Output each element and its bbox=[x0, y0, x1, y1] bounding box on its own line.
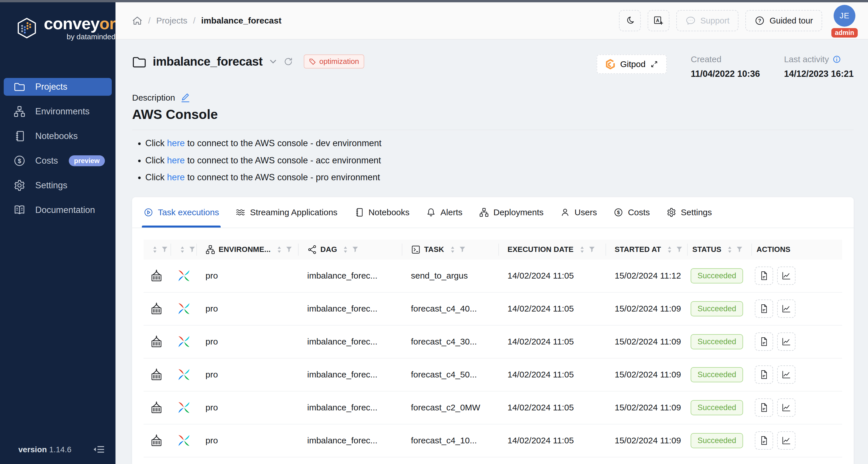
table-row[interactable]: pro imbalance_forec... forecast_c4_50...… bbox=[144, 359, 842, 392]
filter-icon[interactable] bbox=[737, 246, 743, 252]
cell-environment: pro bbox=[197, 370, 299, 379]
tab-users[interactable]: Users bbox=[560, 197, 597, 227]
svg-text:$: $ bbox=[18, 157, 21, 164]
translate-button[interactable]: A bbox=[648, 10, 670, 31]
table-row[interactable]: pro imbalance_forec... send_to_argus 14/… bbox=[144, 260, 842, 292]
view-metrics-button[interactable] bbox=[777, 431, 796, 450]
sidebar-item-projects[interactable]: Projects bbox=[4, 78, 112, 96]
document-icon bbox=[759, 403, 769, 412]
avatar[interactable]: JE bbox=[834, 5, 856, 27]
window-edge bbox=[0, 0, 868, 2]
dark-mode-button[interactable] bbox=[619, 10, 641, 31]
tab-deployments[interactable]: Deployments bbox=[479, 197, 544, 227]
tab-notebooks[interactable]: Notebooks bbox=[354, 197, 409, 227]
cell-environment: pro bbox=[197, 337, 299, 346]
brand-tagline: by dataminded bbox=[44, 32, 116, 41]
home-icon[interactable] bbox=[132, 16, 143, 26]
sort-icon[interactable] bbox=[668, 246, 672, 253]
view-metrics-button[interactable] bbox=[777, 300, 796, 318]
view-logs-button[interactable] bbox=[755, 333, 773, 351]
view-logs-button[interactable] bbox=[755, 267, 773, 285]
cell-started-at: 15/02/2024 11:09 bbox=[606, 436, 688, 445]
status-badge: Succeeded bbox=[691, 268, 743, 283]
sidebar-item-settings[interactable]: Settings bbox=[4, 177, 112, 194]
filter-icon[interactable] bbox=[189, 246, 195, 252]
airflow-icon bbox=[177, 434, 191, 447]
filter-icon[interactable] bbox=[589, 246, 595, 252]
view-logs-button[interactable] bbox=[755, 398, 773, 417]
sort-icon[interactable] bbox=[153, 246, 157, 253]
gitpod-button[interactable]: Gitpod bbox=[597, 55, 666, 74]
filter-icon[interactable] bbox=[162, 246, 168, 252]
notebook-icon bbox=[13, 130, 26, 142]
tab-costs[interactable]: $ Costs bbox=[614, 197, 650, 227]
column-environment: ENVIRONME... bbox=[197, 240, 299, 260]
table-row[interactable]: pro imbalance_forec... forecast_c4_40...… bbox=[144, 292, 842, 326]
aws-console-dev-link[interactable]: here bbox=[167, 138, 185, 148]
cell-environment: pro bbox=[197, 304, 299, 313]
table-row[interactable]: pro imbalance_forec... forecast_c4_30...… bbox=[144, 326, 842, 359]
tab-streaming-applications[interactable]: Streaming Applications bbox=[236, 197, 337, 227]
tab-settings[interactable]: Settings bbox=[666, 197, 712, 227]
preview-badge: preview bbox=[69, 155, 104, 166]
folder-icon bbox=[13, 81, 26, 93]
table-body: pro imbalance_forec... send_to_argus 14/… bbox=[144, 260, 842, 464]
view-metrics-button[interactable] bbox=[777, 398, 796, 417]
edit-description-icon[interactable] bbox=[181, 93, 190, 102]
table-row[interactable]: pro imbalance_forec... forecast_c4_20...… bbox=[144, 457, 842, 464]
user-menu[interactable]: JE admin bbox=[833, 4, 856, 37]
view-metrics-button[interactable] bbox=[777, 333, 796, 351]
list-item: Click here to connect to the AWS console… bbox=[145, 139, 854, 148]
info-icon[interactable] bbox=[833, 55, 841, 64]
last-activity-value: 14/12/2023 16:21 bbox=[784, 69, 854, 79]
tab-bar: Task executions Streaming Applications N… bbox=[132, 197, 854, 228]
cell-execution-date: 14/02/2024 11:05 bbox=[499, 403, 606, 412]
collapse-sidebar-icon[interactable] bbox=[93, 443, 105, 456]
view-logs-button[interactable] bbox=[755, 365, 773, 384]
cell-environment: pro bbox=[197, 403, 299, 412]
cell-dag: imbalance_forec... bbox=[299, 403, 402, 412]
refresh-icon[interactable] bbox=[284, 57, 293, 66]
cell-execution-date: 14/02/2024 11:05 bbox=[499, 304, 606, 313]
sort-icon[interactable] bbox=[727, 246, 732, 253]
tag-icon bbox=[309, 58, 316, 65]
cell-task: send_to_argus bbox=[402, 271, 499, 281]
filter-icon[interactable] bbox=[352, 246, 358, 252]
cell-dag: imbalance_forec... bbox=[299, 436, 402, 445]
admin-role-badge: admin bbox=[831, 28, 858, 37]
table-header: ENVIRONME... DAG TASK bbox=[144, 240, 842, 260]
sidebar-item-notebooks[interactable]: Notebooks bbox=[4, 127, 112, 145]
breadcrumb-projects[interactable]: Projects bbox=[156, 16, 187, 26]
sort-icon[interactable] bbox=[343, 246, 348, 253]
table-row[interactable]: pro imbalance_forec... forecast_c4_10...… bbox=[144, 425, 842, 457]
sort-icon[interactable] bbox=[180, 246, 185, 253]
filter-icon[interactable] bbox=[676, 246, 682, 252]
moon-icon bbox=[625, 16, 635, 26]
filter-icon[interactable] bbox=[286, 246, 292, 252]
breadcrumb-current: imbalance_forecast bbox=[201, 16, 281, 26]
tab-alerts[interactable]: Alerts bbox=[426, 197, 463, 227]
support-button[interactable]: Support bbox=[676, 10, 739, 31]
project-tag-optimization[interactable]: optimization bbox=[304, 55, 364, 68]
view-metrics-button[interactable] bbox=[777, 365, 796, 384]
version-label: version 1.14.6 bbox=[18, 445, 71, 454]
column-execution-date: EXECUTION DATE bbox=[499, 240, 606, 260]
sidebar-item-documentation[interactable]: Documentation bbox=[4, 201, 112, 219]
sort-icon[interactable] bbox=[451, 246, 455, 253]
view-logs-button[interactable] bbox=[755, 431, 773, 450]
table-row[interactable]: pro imbalance_forec... forecast_c2_0MW 1… bbox=[144, 392, 842, 425]
sort-icon[interactable] bbox=[277, 246, 281, 253]
sort-icon[interactable] bbox=[580, 246, 584, 253]
sidebar-item-costs[interactable]: $ Costs preview bbox=[4, 152, 112, 170]
project-switcher-chevron-icon[interactable] bbox=[269, 58, 277, 65]
tab-task-executions[interactable]: Task executions bbox=[144, 197, 219, 227]
aws-console-acc-link[interactable]: here bbox=[167, 155, 185, 165]
view-logs-button[interactable] bbox=[755, 300, 773, 318]
breadcrumb: / Projects / imbalance_forecast bbox=[132, 16, 281, 26]
filter-icon[interactable] bbox=[459, 246, 465, 252]
airflow-icon bbox=[177, 335, 191, 348]
view-metrics-button[interactable] bbox=[777, 267, 796, 285]
guided-tour-button[interactable]: ? Guided tour bbox=[745, 10, 822, 31]
sidebar-item-environments[interactable]: Environments bbox=[4, 102, 112, 120]
aws-console-pro-link[interactable]: here bbox=[167, 172, 185, 182]
